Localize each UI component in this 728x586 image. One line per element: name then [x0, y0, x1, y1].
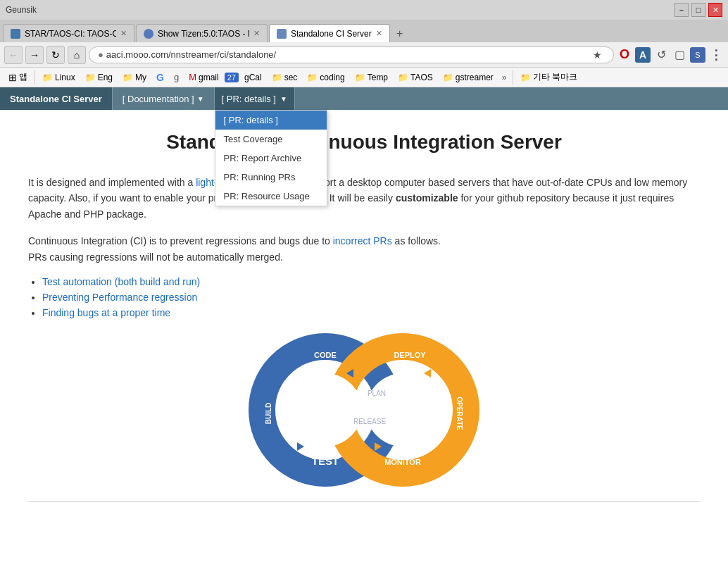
list-item-1: Test automation (both build and run): [42, 276, 700, 287]
folder-icon-temp: 📁: [355, 73, 365, 82]
tab-close-1[interactable]: ✕: [120, 29, 127, 38]
folder-icon-gstreamer: 📁: [443, 73, 453, 82]
star-icon[interactable]: ★: [589, 47, 605, 63]
folder-icon-taos: 📁: [398, 73, 408, 82]
label-monitor: MONITOR: [384, 458, 421, 466]
google-icon: G: [156, 72, 164, 83]
tab-label-1: STAR/TAOS-CI: TAOS-CI: [25, 29, 116, 39]
para-1: It is designed and implemented with a li…: [28, 175, 700, 222]
bookmark-gmail-label: gmail: [199, 73, 219, 82]
label-release: RELEASE: [353, 418, 386, 425]
pr-details-label: [ PR: details ]: [222, 94, 276, 104]
bookmark-apps-label: 앱: [19, 71, 27, 83]
tab-close-3[interactable]: ✕: [376, 29, 382, 38]
menu-item-resource-usage[interactable]: PR: Resource Usage: [215, 187, 327, 206]
folder-icon-eng: 📁: [85, 73, 96, 82]
tabbar: STAR/TAOS-CI: TAOS-CI ✕ Show Tizen:5.0:T…: [0, 20, 728, 42]
bookmark-eng-label: Eng: [98, 73, 113, 82]
back-forward-icon[interactable]: ↺: [653, 47, 669, 63]
right-inner: [366, 373, 439, 447]
extensions-icon[interactable]: A: [635, 47, 651, 63]
navbar: ← → ↻ ⌂ ● aaci.mooo.com/nnstreamer/ci/st…: [0, 42, 728, 68]
extensions2-icon[interactable]: ▢: [672, 47, 687, 63]
forward-button[interactable]: →: [25, 46, 44, 64]
bm-sep-1: [34, 70, 35, 85]
address-bar[interactable]: ● aaci.mooo.com/nnstreamer/ci/standalone…: [89, 46, 614, 63]
pr-details-button[interactable]: [ PR: details ] ▼: [215, 87, 295, 110]
bookmark-gcal[interactable]: gCal: [240, 71, 266, 84]
bookmark-taos[interactable]: 📁 TAOS: [394, 71, 437, 84]
titlebar-user: Geunsik: [6, 5, 37, 15]
address-text: aaci.mooo.com/nnstreamer/ci/standalone/: [106, 49, 589, 60]
bookmark-google[interactable]: G: [152, 70, 168, 85]
refresh-button[interactable]: ↻: [46, 46, 65, 64]
tab-star-taos[interactable]: STAR/TAOS-CI: TAOS-CI ✕: [3, 24, 134, 42]
app-nav-title[interactable]: Standalone CI Server: [0, 87, 113, 110]
tab-close-2[interactable]: ✕: [253, 29, 260, 38]
bookmark-apps[interactable]: ⊞ 앱: [4, 70, 32, 85]
documentation-arrow: ▼: [197, 95, 204, 103]
gmail-icon: M: [189, 72, 196, 82]
bookmark-gstreamer-label: gstreamer: [456, 73, 494, 82]
opera-icon[interactable]: O: [617, 47, 632, 63]
folder-icon-linux: 📁: [42, 73, 53, 82]
tab-show-tizen[interactable]: Show Tizen:5.0:TAOS - N... ✕: [136, 24, 268, 42]
folder-icon-my: 📁: [123, 73, 133, 82]
tab-standalone-ci[interactable]: Standalone CI Server ✕: [269, 24, 390, 42]
bookmark-gcal-badge[interactable]: 27: [225, 73, 239, 82]
list-item-2-text: Preventing Performance regression: [42, 292, 197, 303]
bookmark-etc[interactable]: 📁 기타 북마크: [516, 70, 582, 85]
bookmark-my-label: My: [135, 73, 146, 82]
maximize-button[interactable]: □: [691, 3, 705, 17]
bookmark-coding-label: coding: [320, 73, 344, 82]
para-2: Continuous Integration (CI) is to preven…: [28, 233, 700, 265]
menu-item-test-coverage[interactable]: Test Coverage: [215, 130, 327, 149]
label-build: BUILD: [265, 403, 272, 425]
pr-details-menu: [ PR: details ] Test Coverage PR: Report…: [215, 110, 327, 206]
close-button[interactable]: ✕: [708, 3, 722, 17]
bookmark-gmail[interactable]: M gmail: [184, 70, 223, 84]
menu-item-pr-details[interactable]: [ PR: details ]: [215, 111, 327, 130]
main-content: Standalone Continuous Integration Server…: [0, 110, 728, 586]
bookmarks-more-button[interactable]: »: [499, 71, 510, 84]
footer-divider: [28, 501, 700, 502]
new-tab-button[interactable]: +: [391, 25, 408, 42]
bookmark-eng[interactable]: 📁 Eng: [81, 71, 117, 84]
pr-details-dropdown: [ PR: details ] ▼ [ PR: details ] Test C…: [215, 87, 295, 110]
bookmarks-bar: ⊞ 앱 📁 Linux 📁 Eng 📁 My G g M gmail 27 gC…: [0, 68, 728, 87]
bookmark-g[interactable]: g: [170, 70, 183, 84]
menu-item-report-archive[interactable]: PR: Report Archive: [215, 149, 327, 168]
ci-diagram-svg: CODE PLAN RELEASE BUILD TEST DEPLOY OPER…: [216, 332, 512, 487]
documentation-label: [ Documentation ]: [123, 94, 194, 104]
tab-favicon-3: [277, 29, 287, 39]
back-button[interactable]: ←: [4, 46, 23, 64]
pr-details-arrow: ▼: [280, 95, 287, 103]
tab-label-2: Show Tizen:5.0:TAOS - N...: [158, 29, 249, 39]
bookmark-coding[interactable]: 📁 coding: [303, 71, 349, 84]
feature-list: Test automation (both build and run) Pre…: [42, 276, 700, 318]
bm-sep-2: [513, 70, 513, 85]
app-nav-documentation[interactable]: [ Documentation ] ▼: [113, 87, 215, 110]
label-test: TEST: [312, 455, 339, 467]
bookmark-linux[interactable]: 📁 Linux: [38, 71, 80, 84]
bookmark-my[interactable]: 📁 My: [118, 71, 151, 84]
translate-icon[interactable]: S: [690, 47, 705, 63]
folder-icon-coding: 📁: [307, 73, 318, 82]
list-item-1-text: Test automation (both build and run): [42, 276, 200, 287]
bookmark-gcal-label: gCal: [244, 73, 262, 82]
apps-icon: ⊞: [8, 72, 17, 83]
tab-favicon-1: [11, 29, 20, 39]
home-button[interactable]: ⌂: [68, 46, 86, 64]
bookmark-etc-label: 기타 북마크: [533, 71, 577, 83]
bookmark-temp[interactable]: 📁 Temp: [351, 71, 392, 84]
minimize-button[interactable]: −: [674, 3, 689, 17]
menu-item-running-prs[interactable]: PR: Running PRs: [215, 168, 327, 187]
left-inner: [289, 373, 362, 447]
bookmark-gstreamer[interactable]: 📁 gstreamer: [439, 71, 498, 84]
folder-icon-sec: 📁: [272, 73, 282, 82]
arrow-bottom-left: [297, 442, 304, 451]
bookmark-taos-label: TAOS: [410, 73, 433, 82]
bookmark-sec[interactable]: 📁 sec: [268, 71, 302, 84]
page-title: Standalone Continuous Integration Server: [28, 131, 700, 154]
menu-icon[interactable]: ⋮: [708, 47, 724, 63]
